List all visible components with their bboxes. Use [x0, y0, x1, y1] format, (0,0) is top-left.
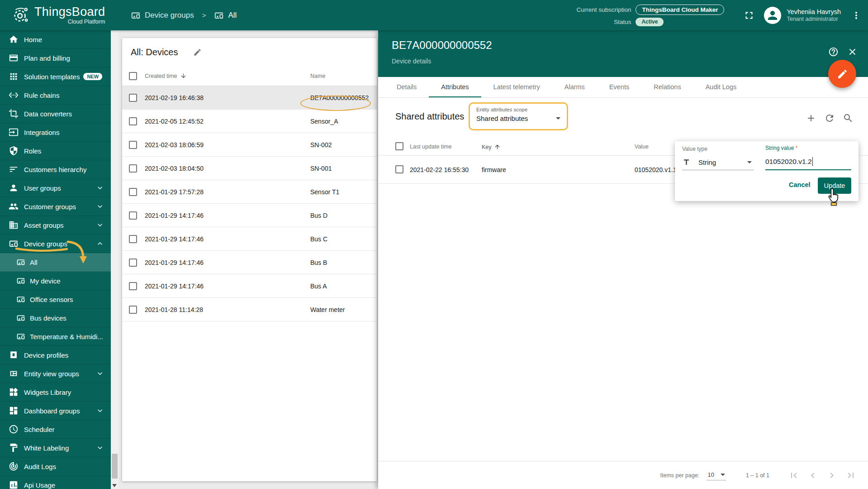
- column-name[interactable]: Name: [310, 73, 325, 79]
- last-page-icon[interactable]: [845, 470, 856, 481]
- first-page-icon[interactable]: [788, 470, 799, 481]
- select-all-checkbox[interactable]: [395, 142, 403, 150]
- close-icon[interactable]: [847, 47, 858, 57]
- table-row[interactable]: 2021-02-05 12:45:52Sensor_A: [122, 110, 377, 133]
- cancel-button[interactable]: Cancel: [789, 181, 811, 188]
- breadcrumb-device-groups[interactable]: Device groups: [145, 11, 194, 20]
- items-per-page-label: Items per page:: [660, 472, 700, 479]
- tab-audit-logs[interactable]: Audit Logs: [693, 77, 749, 97]
- scrollbar-down-arrow[interactable]: [112, 484, 117, 487]
- row-checkbox[interactable]: [129, 94, 137, 102]
- row-checkbox[interactable]: [129, 235, 137, 243]
- update-button[interactable]: Update: [818, 177, 851, 194]
- thingsboard-app: ThingsBoard Cloud Platform Device groups…: [0, 0, 868, 489]
- column-value[interactable]: Value: [635, 144, 649, 150]
- value-type-select[interactable]: String: [682, 155, 754, 170]
- entity-attributes-scope-select[interactable]: Entity attributes scope Shared attribute…: [469, 102, 568, 130]
- row-checkbox[interactable]: [395, 165, 403, 173]
- table-row[interactable]: 2021-01-29 14:17:46Bus B: [122, 251, 377, 274]
- tab-events[interactable]: Events: [597, 77, 641, 97]
- sidebar-item-scheduler[interactable]: Scheduler: [0, 420, 111, 439]
- tab-details[interactable]: Details: [384, 77, 429, 97]
- row-checkbox[interactable]: [129, 282, 137, 290]
- tab-attributes[interactable]: Attributes: [429, 77, 481, 97]
- sidebar-item-entity-view-groups[interactable]: Entity view groups: [0, 364, 111, 383]
- scrollbar-thumb[interactable]: [112, 454, 118, 479]
- search-icon[interactable]: [843, 113, 854, 124]
- sidebar-item-customers-hierarchy[interactable]: Customers hierarchy: [0, 160, 111, 179]
- table-row[interactable]: 2021-01-28 11:14:28Water meter: [122, 298, 377, 321]
- table-row[interactable]: 2021-02-03 18:04:50SN-001: [122, 157, 377, 180]
- table-row[interactable]: 2021-02-19 16:46:38BE7A000000000552: [122, 86, 377, 110]
- tab-latest-telemetry[interactable]: Latest telemetry: [481, 77, 552, 97]
- table-row[interactable]: 2021-01-29 14:17:46Bus A: [122, 274, 377, 298]
- sidebar-item-api-usage[interactable]: Api Usage: [0, 476, 111, 489]
- sidebar-item-my-device[interactable]: My device: [0, 272, 111, 290]
- sidebar-item-temperature-humidity[interactable]: Temperature & Humidi...: [0, 327, 111, 346]
- row-checkbox[interactable]: [129, 164, 137, 173]
- edit-title-pencil-icon[interactable]: [193, 48, 202, 57]
- chevron-down-icon: [95, 221, 104, 230]
- string-value-input[interactable]: 01052020.v1.2: [765, 153, 851, 170]
- table-row[interactable]: 2021-01-29 14:17:46Bus C: [122, 227, 377, 251]
- row-checkbox[interactable]: [129, 117, 137, 125]
- sidebar-item-device-groups[interactable]: Device groups: [0, 235, 111, 253]
- sidebar-item-bus-devices[interactable]: Bus devices: [0, 309, 111, 327]
- tab-alarms[interactable]: Alarms: [552, 77, 597, 97]
- sidebar-item-audit-logs[interactable]: Audit Logs: [0, 457, 111, 476]
- more-menu-icon[interactable]: [851, 10, 862, 21]
- sidebar-item-white-labeling[interactable]: White Labeling: [0, 439, 111, 457]
- column-last-update-time[interactable]: Last update time: [410, 144, 451, 150]
- sidebar-item-data-converters[interactable]: Data converters: [0, 105, 111, 123]
- chevron-up-icon: [95, 239, 104, 248]
- sidebar-item-dashboard-groups[interactable]: Dashboard groups: [0, 402, 111, 420]
- created-time-cell: 2021-01-29 14:17:46: [145, 212, 204, 219]
- input-icon: [9, 127, 19, 137]
- help-icon[interactable]: [828, 47, 839, 57]
- table-row[interactable]: 2021-01-29 14:17:46Bus D: [122, 204, 377, 227]
- row-checkbox[interactable]: [129, 259, 137, 267]
- edit-device-fab[interactable]: [828, 60, 856, 88]
- fullscreen-icon[interactable]: [743, 10, 755, 21]
- refresh-icon[interactable]: [824, 113, 835, 124]
- sidebar-scrollbar[interactable]: [111, 30, 119, 489]
- subscription-badge[interactable]: ThingsBoard Cloud Maker: [636, 5, 724, 15]
- sidebar-item-office-sensors[interactable]: Office sensors: [0, 290, 111, 309]
- row-checkbox[interactable]: [129, 211, 137, 220]
- sidebar-item-integrations[interactable]: Integrations: [0, 123, 111, 142]
- tab-relations[interactable]: Relations: [641, 77, 693, 97]
- brand-logo[interactable]: ThingsBoard Cloud Platform: [0, 6, 111, 25]
- column-created-time[interactable]: Created time: [145, 72, 187, 79]
- sidebar-item-rule-chains[interactable]: Rule chains: [0, 86, 111, 105]
- table-row[interactable]: 2021-02-03 18:06:59SN-002: [122, 133, 377, 157]
- sidebar-item-asset-groups[interactable]: Asset groups: [0, 216, 111, 235]
- sidebar-item-widgets-library[interactable]: Widgets Library: [0, 383, 111, 402]
- created-time-cell: 2021-01-29 14:17:46: [145, 259, 204, 266]
- select-all-checkbox[interactable]: [129, 72, 137, 80]
- next-page-icon[interactable]: [826, 470, 837, 481]
- device-name-cell: Sensor_A: [310, 118, 338, 125]
- add-attribute-icon[interactable]: [806, 113, 816, 124]
- items-per-page-select[interactable]: 10: [707, 470, 726, 480]
- person-icon: [766, 9, 779, 22]
- sidebar-item-device-profiles[interactable]: Device profiles: [0, 346, 111, 364]
- sidebar-item-device-groups-all[interactable]: All: [0, 253, 111, 272]
- apps-grid-icon: [9, 72, 19, 82]
- sidebar-item-plan-and-billing[interactable]: Plan and billing: [0, 49, 111, 67]
- row-checkbox[interactable]: [129, 306, 137, 314]
- device-name-cell: Bus A: [310, 283, 327, 290]
- avatar[interactable]: [764, 7, 781, 24]
- value-type-value: String: [698, 158, 716, 166]
- previous-page-icon[interactable]: [807, 470, 818, 481]
- sidebar-item-roles[interactable]: Roles: [0, 142, 111, 160]
- sidebar-item-customer-groups[interactable]: Customer groups: [0, 197, 111, 216]
- row-checkbox[interactable]: [129, 141, 137, 149]
- table-row[interactable]: 2021-01-29 17:57:28Sensor T1: [122, 180, 377, 204]
- breadcrumb-all[interactable]: All: [228, 11, 237, 20]
- sidebar-item-solution-templates[interactable]: Solution templatesNEW: [0, 67, 111, 86]
- row-checkbox[interactable]: [129, 188, 137, 196]
- chevron-down-icon: [556, 117, 560, 120]
- sidebar-item-home[interactable]: Home: [0, 30, 111, 49]
- sidebar-item-user-groups[interactable]: User groups: [0, 179, 111, 197]
- column-key[interactable]: Key: [482, 144, 501, 150]
